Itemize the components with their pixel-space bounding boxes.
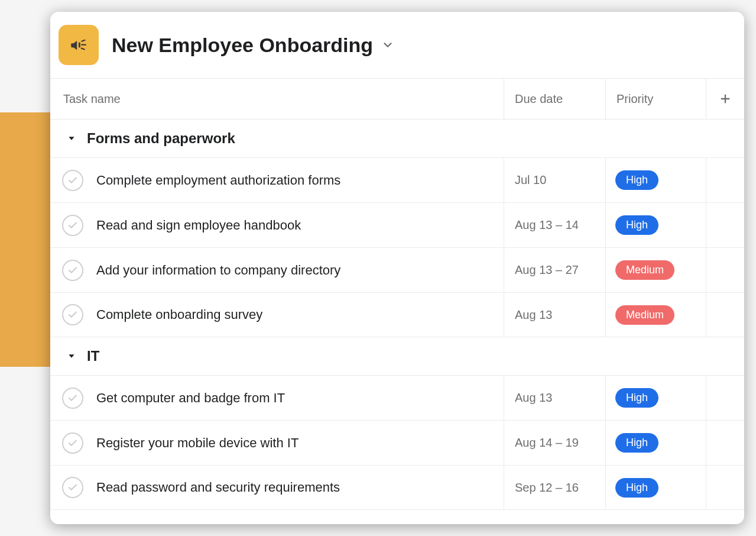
section-name: Forms and paperwork (87, 130, 235, 147)
section: IT Get computer and badge from IT Aug 13… (50, 337, 744, 510)
chevron-down-icon (381, 38, 394, 54)
task-cell[interactable]: Complete onboarding survey (50, 293, 504, 337)
row-extra-cell (706, 158, 744, 202)
check-icon (67, 265, 78, 276)
task-row[interactable]: Add your information to company director… (50, 247, 744, 292)
task-row[interactable]: Read and sign employee handbook Aug 13 –… (50, 202, 744, 247)
due-date-cell[interactable]: Aug 14 – 19 (504, 421, 606, 465)
priority-cell[interactable]: High (606, 421, 706, 465)
svg-rect-1 (81, 44, 86, 46)
caret-down-icon (67, 351, 76, 361)
row-extra-cell (706, 248, 744, 292)
sections-container: Forms and paperwork Complete employment … (50, 120, 744, 510)
due-date-cell[interactable]: Aug 13 – 14 (504, 203, 606, 247)
task-row[interactable]: Get computer and badge from IT Aug 13 Hi… (50, 375, 744, 420)
task-cell[interactable]: Complete employment authorization forms (50, 158, 504, 202)
check-icon (67, 309, 78, 320)
section-header[interactable]: Forms and paperwork (50, 120, 744, 157)
due-date-cell[interactable]: Aug 13 (504, 293, 606, 337)
project-header: New Employee Onboarding (50, 12, 744, 78)
priority-pill: High (615, 388, 658, 408)
task-name: Complete onboarding survey (96, 307, 262, 322)
task-name: Register your mobile device with IT (96, 435, 298, 451)
priority-pill: High (615, 478, 658, 498)
due-date-cell[interactable]: Sep 12 – 16 (504, 466, 606, 509)
priority-pill: Medium (615, 260, 674, 280)
complete-task-button[interactable] (62, 215, 83, 236)
section-rows: Get computer and badge from IT Aug 13 Hi… (50, 375, 744, 510)
check-icon (67, 175, 78, 186)
complete-task-button[interactable] (62, 388, 83, 409)
background-decoration (0, 112, 50, 367)
task-row[interactable]: Read password and security requirements … (50, 465, 744, 510)
task-cell[interactable]: Read password and security requirements (50, 466, 504, 509)
due-date-cell[interactable]: Jul 10 (504, 158, 606, 202)
task-cell[interactable]: Read and sign employee handbook (50, 203, 504, 247)
task-name: Read password and security requirements (96, 480, 340, 495)
due-date-value: Aug 13 – 27 (515, 263, 579, 277)
due-date-cell[interactable]: Aug 13 (504, 376, 606, 420)
project-title-wrap[interactable]: New Employee Onboarding (112, 34, 394, 57)
column-priority-label: Priority (617, 92, 653, 106)
priority-pill: Medium (615, 305, 674, 325)
plus-icon (719, 92, 732, 105)
columns-header: Task name Due date Priority (50, 78, 744, 120)
svg-rect-2 (81, 39, 85, 41)
check-icon (67, 482, 78, 493)
task-name: Add your information to company director… (96, 263, 340, 278)
add-column-button[interactable] (706, 79, 744, 119)
due-date-value: Aug 13 – 14 (515, 218, 579, 232)
column-due-date[interactable]: Due date (504, 79, 606, 119)
priority-cell[interactable]: High (606, 158, 706, 202)
due-date-value: Sep 12 – 16 (515, 481, 579, 495)
section: Forms and paperwork Complete employment … (50, 120, 744, 337)
priority-pill: High (615, 215, 658, 235)
due-date-value: Jul 10 (515, 173, 546, 187)
section-rows: Complete employment authorization forms … (50, 157, 744, 337)
due-date-cell[interactable]: Aug 13 – 27 (504, 248, 606, 292)
column-due-label: Due date (515, 92, 563, 106)
task-name: Complete employment authorization forms (96, 173, 340, 188)
row-extra-cell (706, 293, 744, 337)
check-icon (67, 220, 78, 231)
task-row[interactable]: Register your mobile device with IT Aug … (50, 420, 744, 465)
check-icon (67, 393, 78, 403)
task-name: Read and sign employee handbook (96, 218, 301, 233)
project-title: New Employee Onboarding (112, 34, 373, 57)
row-extra-cell (706, 421, 744, 465)
task-cell[interactable]: Register your mobile device with IT (50, 421, 504, 465)
due-date-value: Aug 13 (515, 308, 552, 322)
svg-rect-0 (79, 43, 80, 48)
row-extra-cell (706, 376, 744, 420)
complete-task-button[interactable] (62, 304, 83, 325)
complete-task-button[interactable] (62, 260, 83, 281)
project-panel: New Employee Onboarding Task name Due da… (50, 12, 744, 524)
complete-task-button[interactable] (62, 170, 83, 191)
due-date-value: Aug 13 (515, 391, 552, 405)
complete-task-button[interactable] (62, 432, 83, 454)
priority-pill: High (615, 170, 658, 190)
priority-cell[interactable]: High (606, 203, 706, 247)
check-icon (67, 438, 78, 448)
task-row[interactable]: Complete onboarding survey Aug 13 Medium (50, 292, 744, 337)
complete-task-button[interactable] (62, 477, 83, 498)
priority-cell[interactable]: Medium (606, 248, 706, 292)
task-cell[interactable]: Add your information to company director… (50, 248, 504, 292)
priority-cell[interactable]: Medium (606, 293, 706, 337)
task-name: Get computer and badge from IT (96, 390, 285, 406)
task-cell[interactable]: Get computer and badge from IT (50, 376, 504, 420)
column-priority[interactable]: Priority (606, 79, 706, 119)
priority-pill: High (615, 433, 658, 453)
due-date-value: Aug 14 – 19 (515, 436, 579, 450)
task-row[interactable]: Complete employment authorization forms … (50, 157, 744, 202)
section-name: IT (87, 348, 99, 364)
megaphone-icon[interactable] (59, 25, 99, 65)
section-header[interactable]: IT (50, 337, 744, 375)
caret-down-icon (67, 134, 76, 143)
column-task-name[interactable]: Task name (50, 79, 504, 119)
row-extra-cell (706, 466, 744, 509)
priority-cell[interactable]: High (606, 376, 706, 420)
svg-rect-3 (81, 47, 85, 50)
column-task-label: Task name (63, 92, 121, 106)
priority-cell[interactable]: High (606, 466, 706, 509)
